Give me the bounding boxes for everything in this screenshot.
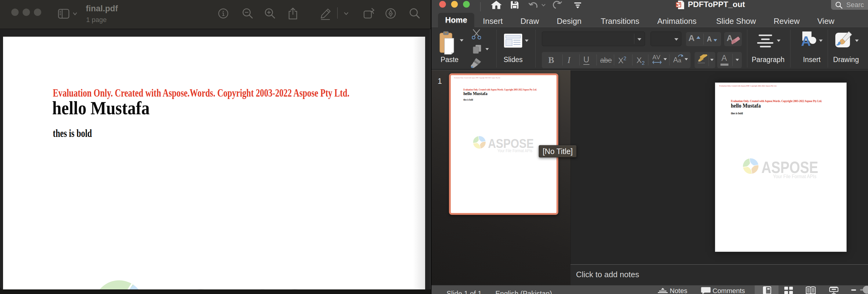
- svg-text:A: A: [801, 34, 811, 49]
